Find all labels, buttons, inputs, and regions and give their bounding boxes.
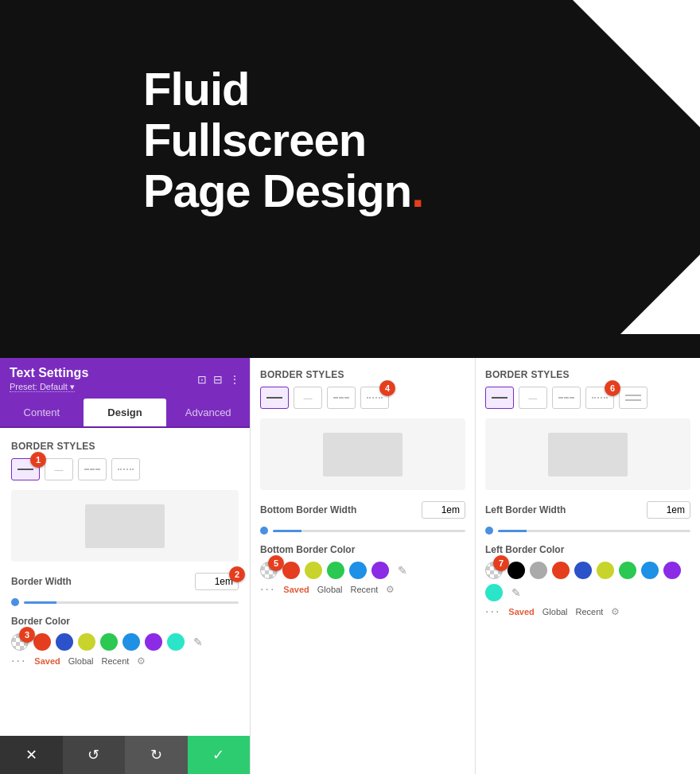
badge-4: 4 — [379, 380, 395, 396]
hero-dot: . — [411, 165, 423, 216]
sub2-width-input[interactable] — [647, 501, 690, 519]
sub2-color-black[interactable] — [508, 562, 525, 579]
color-blue[interactable] — [56, 633, 73, 651]
border-style-dashed[interactable] — [78, 458, 107, 480]
sub2-slider[interactable] — [485, 527, 690, 535]
sub2-style-dashed[interactable] — [552, 387, 581, 409]
color-edit-btn[interactable]: ✎ — [189, 633, 207, 651]
sub2-color-yellow[interactable] — [597, 562, 614, 579]
panel-preset[interactable]: Preset: Default ▾ — [10, 382, 88, 392]
border-width-slider[interactable] — [11, 598, 239, 606]
dotted-icon — [118, 469, 134, 470]
color-teal[interactable] — [167, 633, 185, 651]
sub2-double-icon — [625, 395, 641, 401]
sub-panel-border-styles-label: Border Styles — [260, 369, 465, 380]
solid-icon — [18, 469, 33, 470]
badge-7-wrap: 7 — [485, 562, 503, 579]
sub1-color-blue[interactable] — [349, 562, 367, 579]
sub2-style-double[interactable] — [619, 387, 648, 409]
undo-button[interactable]: ↺ — [63, 736, 126, 774]
sub2-border-preview — [485, 418, 690, 490]
sub2-color-gray[interactable] — [530, 562, 547, 579]
tab-design[interactable]: Design — [84, 399, 167, 426]
slider-track[interactable] — [24, 601, 239, 604]
sub2-color-blue[interactable] — [574, 562, 592, 579]
sub1-color-purple[interactable] — [371, 562, 389, 579]
sub1-saved-tag: Saved — [283, 585, 309, 594]
sub1-preview-inner — [323, 433, 402, 476]
sub2-slider-track[interactable] — [498, 530, 690, 532]
sub2-global-tag: Global — [542, 607, 568, 616]
badge-6: 6 — [605, 380, 620, 396]
color-blue2[interactable] — [122, 633, 140, 651]
sub1-color-label: Bottom Border Color — [260, 544, 465, 555]
sub1-color-footer: ··· Saved Global Recent ⚙ — [260, 582, 465, 597]
sub2-color-purple[interactable] — [663, 562, 681, 579]
badge-2: 2 — [229, 566, 245, 582]
sub1-width-input[interactable] — [422, 501, 465, 519]
color-yellow[interactable] — [78, 633, 95, 651]
sub1-gear-icon[interactable]: ⚙ — [386, 584, 395, 595]
border-color-label: Border Color — [11, 616, 239, 627]
color-footer-dots[interactable]: ··· — [11, 654, 26, 668]
panel-icon-expand[interactable]: ⊡ — [197, 373, 207, 386]
sub-panel-left-border: Border Styles — 6 — [476, 358, 700, 774]
save-button[interactable]: ✓ — [188, 736, 251, 774]
sub1-style-dashed[interactable] — [327, 387, 356, 409]
panel-icons: ⊡ ⊟ ⋮ — [197, 373, 240, 386]
sub1-color-edit-btn[interactable]: ✎ — [394, 562, 411, 579]
sub2-color-dots[interactable]: ··· — [485, 605, 500, 619]
sub2-gear-icon[interactable]: ⚙ — [611, 606, 620, 617]
color-purple[interactable] — [145, 633, 162, 651]
sub1-color-green[interactable] — [327, 562, 344, 579]
sub1-style-solid[interactable] — [260, 387, 289, 409]
tab-content[interactable]: Content — [0, 399, 84, 426]
gear-icon[interactable]: ⚙ — [137, 655, 146, 667]
sub2-color-edit-btn[interactable]: ✎ — [508, 584, 525, 601]
sub1-style-none[interactable]: — — [294, 387, 322, 409]
hero-text: Fluid Fullscreen Page Design. — [143, 64, 423, 216]
sub-panel-bottom-border: Border Styles — 4 — [251, 358, 476, 774]
sub2-color-green[interactable] — [619, 562, 636, 579]
sub1-solid-icon — [266, 397, 282, 399]
sub-panel-1-style-row: — 4 — [260, 387, 465, 409]
sub2-color-red[interactable] — [552, 562, 570, 579]
hero-corner-bottom-right — [620, 255, 700, 334]
border-style-dotted[interactable] — [111, 458, 140, 480]
badge-7: 7 — [493, 555, 509, 571]
none-icon: — — [55, 465, 64, 474]
sub2-color-label: Left Border Color — [485, 544, 690, 555]
panel-icon-columns[interactable]: ⊟ — [213, 373, 223, 386]
sub1-dotted-icon — [367, 397, 383, 399]
sub2-dashed-icon — [558, 397, 574, 399]
sub2-solid-icon — [492, 397, 508, 399]
color-green[interactable] — [100, 633, 118, 651]
color-red[interactable] — [33, 633, 51, 651]
sub1-slider-track[interactable] — [273, 530, 465, 532]
redo-button[interactable]: ↻ — [125, 736, 188, 774]
sub2-style-solid[interactable] — [485, 387, 514, 409]
sub2-color-teal[interactable] — [485, 584, 503, 601]
sub1-slider[interactable] — [260, 527, 465, 535]
sub2-style-none[interactable]: — — [519, 387, 547, 409]
panel-area: Text Settings Preset: Default ▾ ⊡ ⊟ ⋮ Co… — [0, 358, 700, 774]
border-preview — [11, 490, 239, 562]
border-color-row: 3 ✎ — [11, 633, 239, 651]
tab-advanced[interactable]: Advanced — [166, 399, 250, 426]
sub1-color-dots[interactable]: ··· — [260, 582, 275, 597]
cancel-button[interactable]: ✕ — [0, 736, 63, 774]
dashed-icon — [84, 469, 100, 470]
sub2-saved-tag: Saved — [508, 607, 534, 616]
panel-icon-more[interactable]: ⋮ — [229, 373, 240, 386]
sub1-width-row: Bottom Border Width — [260, 501, 465, 519]
sub2-width-row: Left Border Width — [485, 501, 690, 519]
sub1-color-red[interactable] — [282, 562, 300, 579]
sub2-color-blue2[interactable] — [641, 562, 659, 579]
sub2-border-styles-label: Border Styles — [485, 369, 690, 380]
panel-content: Border Styles 1 — — [0, 428, 250, 736]
border-style-none[interactable]: — — [45, 458, 73, 480]
sub1-color-yellow[interactable] — [305, 562, 322, 579]
badge-3: 3 — [19, 627, 35, 643]
hero-corner-top-right — [573, 0, 700, 127]
sub2-dotted-icon — [592, 397, 608, 399]
